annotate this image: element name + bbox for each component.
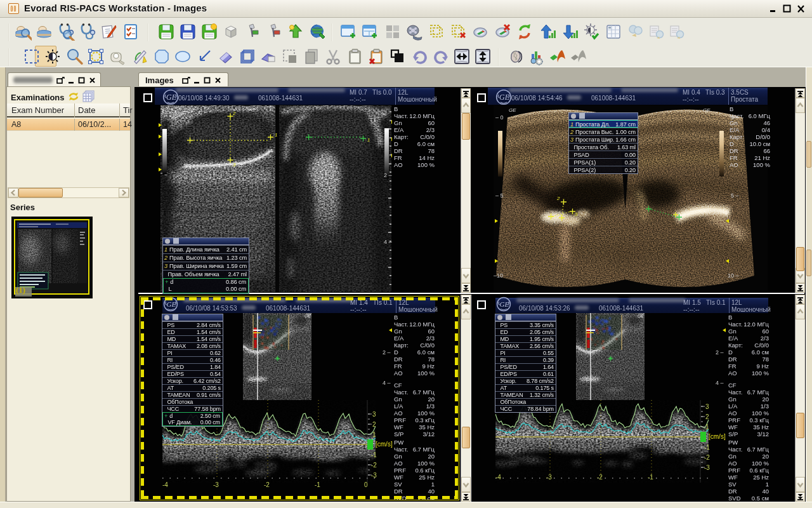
- svg-text:2: 2: [556, 196, 560, 201]
- svg-text:GE: GE: [509, 107, 516, 113]
- svg-text:1: 1: [367, 137, 370, 143]
- svg-text:2: 2: [232, 110, 236, 116]
- svg-text:GE: GE: [166, 93, 177, 102]
- svg-text:3: 3: [233, 162, 236, 168]
- svg-text:GE: GE: [703, 107, 710, 113]
- svg-text:GE: GE: [638, 314, 644, 318]
- svg-text:GE: GE: [499, 93, 510, 102]
- svg-text:GE: GE: [500, 300, 509, 308]
- svg-text:3: 3: [575, 211, 578, 217]
- svg-text:1: 1: [275, 132, 277, 138]
